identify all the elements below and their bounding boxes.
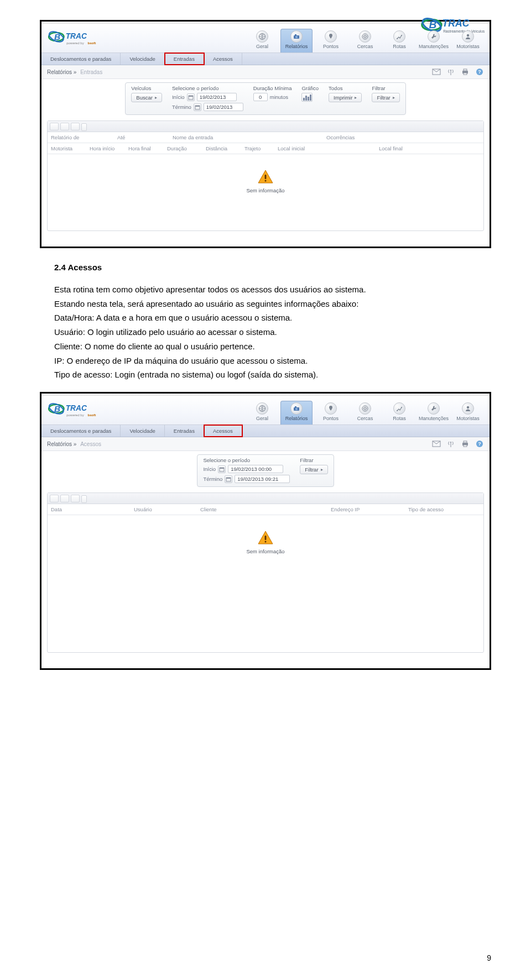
col-trajeto: Trajeto [244, 145, 278, 151]
scroll-icon[interactable] [81, 123, 87, 131]
mail-icon[interactable] [432, 440, 441, 448]
person-icon [462, 30, 474, 43]
target-icon [359, 30, 371, 43]
breadcrumb: Relatórios » Entradas [47, 69, 102, 75]
subtab-velocidade[interactable]: Velocidade [121, 53, 164, 65]
globe-icon [256, 30, 268, 43]
col-tipo-acesso: Tipo de acesso [408, 506, 480, 512]
subtab-deslocamentos[interactable]: Deslocamentos e paradas [41, 53, 121, 65]
section-text: 2.4 Acessos Esta rotina tem como objetiv… [40, 261, 491, 381]
warning-icon [257, 530, 274, 546]
svg-point-48 [401, 407, 402, 408]
periodo-label: Selecione o período [172, 85, 243, 91]
nav-cercas[interactable]: Cercas [349, 29, 381, 53]
subtab-velocidade[interactable]: Velocidade [121, 425, 164, 437]
svg-rect-29 [189, 96, 193, 97]
warning-icon [257, 169, 274, 185]
subtab-acessos[interactable]: Acessos [204, 425, 242, 437]
svg-point-62 [265, 541, 267, 543]
help-icon[interactable]: ? [475, 440, 484, 448]
antenna-icon[interactable] [446, 68, 455, 76]
svg-point-18 [397, 38, 398, 39]
nav-relatorios[interactable]: Relatórios [280, 29, 313, 53]
tool-icon[interactable] [71, 495, 80, 502]
filtrar-label: Filtrar [300, 457, 327, 463]
grafico-label: Gráfico [301, 85, 319, 91]
tool-icon[interactable] [50, 123, 59, 130]
tool-icon[interactable] [60, 123, 69, 130]
calendar-icon[interactable] [225, 475, 232, 483]
svg-text:?: ? [478, 69, 481, 75]
termino-label: Término [172, 104, 191, 110]
subtab-entradas[interactable]: Entradas [165, 425, 204, 437]
calendar-icon[interactable] [187, 93, 195, 101]
duracao-input[interactable] [253, 93, 268, 101]
col-local-final: Local final [379, 145, 480, 151]
svg-point-51 [450, 442, 451, 443]
calendar-icon[interactable] [194, 103, 201, 111]
wrench-icon [428, 30, 440, 43]
termino-input[interactable] [204, 103, 243, 111]
inicio-label: Início [203, 466, 216, 472]
termino-label: Término [203, 476, 222, 482]
antenna-icon[interactable] [446, 440, 455, 448]
tool-icon[interactable] [60, 495, 69, 502]
wrench-icon [428, 402, 440, 415]
calendar-icon[interactable] [218, 465, 226, 473]
svg-point-49 [467, 406, 469, 408]
col-ocorrencias: Ocorrências [326, 134, 480, 140]
nav-motoristas[interactable]: Motoristas [452, 401, 484, 425]
subtab-acessos[interactable]: Acessos [204, 53, 242, 65]
route-icon [393, 30, 405, 43]
nav-pontos[interactable]: Pontos [315, 29, 347, 53]
termino-input[interactable] [235, 475, 290, 483]
nav-geral[interactable]: Geral [246, 401, 278, 425]
col-motorista: Motorista [51, 145, 90, 151]
nav-cercas[interactable]: Cercas [349, 401, 381, 425]
filter-panel: Selecione o período Início Término [197, 454, 334, 487]
tool-icon[interactable] [50, 495, 59, 502]
svg-rect-58 [220, 468, 224, 469]
sub-nav: Deslocamentos e paradas Velocidade Entra… [41, 53, 490, 65]
scroll-icon[interactable] [81, 495, 87, 503]
svg-text:?: ? [478, 441, 481, 447]
main-nav: Geral Relatórios Pontos Cercas Rotas Man… [246, 401, 484, 425]
nav-rotas[interactable]: Rotas [383, 401, 415, 425]
col-duracao: Duração [167, 145, 206, 151]
svg-point-46 [365, 408, 366, 409]
inicio-label: Início [172, 94, 185, 100]
svg-text:TRAC: TRAC [66, 404, 87, 412]
tool-icon[interactable] [71, 123, 80, 130]
chart-icon[interactable] [301, 93, 313, 102]
svg-text:TRAC: TRAC [442, 18, 470, 29]
nav-rotas[interactable]: Rotas [383, 29, 415, 53]
svg-rect-54 [464, 445, 467, 447]
camera-icon [290, 402, 303, 415]
help-icon[interactable]: ? [475, 68, 484, 76]
filtrar-button[interactable]: Filtrar▸ [300, 465, 327, 474]
svg-point-22 [450, 70, 451, 71]
inicio-input[interactable] [228, 465, 283, 473]
duracao-unit: minutos [270, 94, 288, 100]
svg-point-19 [401, 35, 402, 36]
nav-pontos[interactable]: Pontos [315, 401, 347, 425]
buscar-button[interactable]: Buscar▸ [131, 93, 162, 102]
inicio-input[interactable] [197, 93, 237, 101]
svg-rect-31 [195, 106, 200, 107]
nav-relatorios[interactable]: Relatórios [280, 401, 313, 425]
nav-geral[interactable]: Geral [246, 29, 278, 53]
veiculos-label: Veículos [131, 85, 162, 91]
subtab-deslocamentos[interactable]: Deslocamentos e paradas [41, 425, 121, 437]
svg-text:B: B [54, 32, 60, 41]
subtab-entradas[interactable]: Entradas [165, 53, 204, 65]
print-icon[interactable] [461, 440, 470, 448]
svg-rect-61 [265, 536, 267, 540]
nav-manutencoes[interactable]: Manutenções [418, 401, 450, 425]
mail-icon[interactable] [432, 68, 441, 76]
sub-nav: Deslocamentos e paradas Velocidade Entra… [41, 425, 490, 437]
col-hora-inicio: Hora início [90, 145, 128, 151]
svg-rect-25 [464, 73, 467, 75]
imprimir-button[interactable]: Imprimir▸ [329, 93, 362, 102]
filtrar-button[interactable]: Filtrar▸ [372, 93, 399, 102]
print-icon[interactable] [461, 68, 470, 76]
